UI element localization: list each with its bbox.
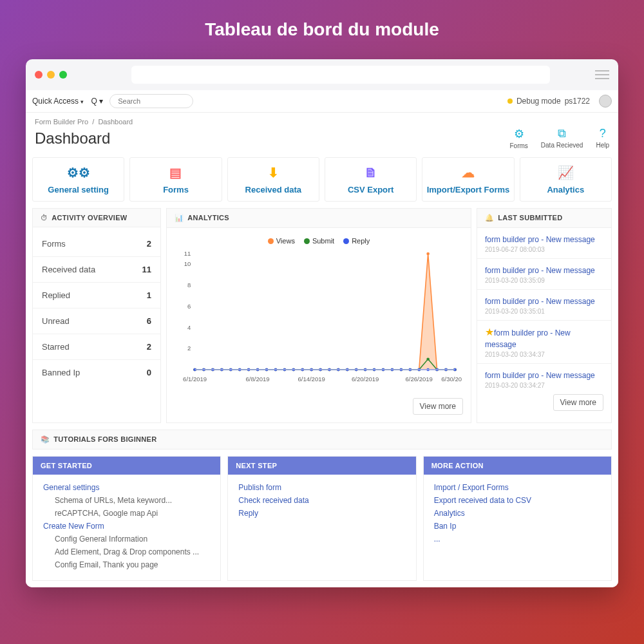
browser-window: Quick Access Q ▾ Debug mode ps1722 Form … bbox=[26, 59, 618, 587]
tut-config-general[interactable]: Config General Information bbox=[43, 533, 210, 545]
tut-more[interactable]: ... bbox=[434, 533, 601, 545]
close-icon[interactable] bbox=[35, 71, 43, 79]
last-submitted-item[interactable]: ★form builder pro - New message2019-03-2… bbox=[477, 321, 611, 364]
last-submitted-item[interactable]: form builder pro - New message2019-03-20… bbox=[477, 290, 611, 321]
csv-icon: 🗎 bbox=[329, 164, 412, 181]
action-data-received[interactable]: ⧉Data Recieved bbox=[541, 127, 583, 149]
user-name[interactable]: ps1722 bbox=[565, 97, 590, 106]
svg-text:6: 6 bbox=[187, 303, 191, 310]
tut-publish[interactable]: Publish form bbox=[238, 481, 405, 494]
tut-check-data[interactable]: Check received data bbox=[238, 494, 405, 507]
traffic-lights bbox=[35, 71, 67, 79]
tut-import-export[interactable]: Import / Export Forms bbox=[434, 481, 601, 494]
tut-schema-urls[interactable]: Schema of URLs, Meta keyword... bbox=[43, 494, 210, 507]
view-more-analytics-button[interactable]: View more bbox=[413, 398, 463, 415]
activity-row[interactable]: Replied1 bbox=[33, 283, 160, 308]
legend-dot-submit bbox=[304, 238, 310, 244]
chart-icon: 📈 bbox=[524, 164, 607, 181]
search-input[interactable] bbox=[109, 94, 193, 108]
tut-analytics[interactable]: Analytics bbox=[434, 507, 601, 520]
copy-icon: ⧉ bbox=[541, 127, 583, 140]
nav-csv-export[interactable]: 🗎CSV Export bbox=[325, 157, 417, 202]
tut-recaptcha[interactable]: reCAPTCHA, Google map Api bbox=[43, 507, 210, 520]
search-gear-icon[interactable]: Q ▾ bbox=[91, 97, 104, 106]
activity-row[interactable]: Unread6 bbox=[33, 308, 160, 334]
last-submitted-item[interactable]: form builder pro - New message2019-03-20… bbox=[477, 259, 611, 290]
nav-analytics[interactable]: 📈Analytics bbox=[520, 157, 612, 202]
svg-text:11: 11 bbox=[184, 251, 191, 257]
activity-row[interactable]: Banned Ip0 bbox=[33, 360, 160, 385]
browser-chrome bbox=[26, 59, 618, 90]
nav-import-export[interactable]: ☁Import/Export Forms bbox=[422, 157, 514, 202]
tut-general-settings[interactable]: General settings bbox=[43, 481, 210, 494]
nav-received-data[interactable]: ⬇Received data bbox=[227, 157, 319, 202]
help-icon: ? bbox=[596, 127, 609, 140]
svg-text:2: 2 bbox=[187, 345, 191, 352]
app-content: Quick Access Q ▾ Debug mode ps1722 Form … bbox=[26, 90, 618, 587]
last-submitted-panel: 🔔LAST SUBMITTED form builder pro - New m… bbox=[477, 208, 612, 423]
avatar[interactable] bbox=[599, 95, 612, 108]
breadcrumb: Form Builder Pro / Dashboard bbox=[26, 113, 618, 126]
quick-access-dropdown[interactable]: Quick Access bbox=[32, 97, 84, 106]
top-bar: Quick Access Q ▾ Debug mode ps1722 bbox=[26, 90, 618, 113]
tutorial-next-step: NEXT STEP Publish form Check received da… bbox=[227, 456, 416, 581]
debug-dot-icon bbox=[507, 99, 513, 104]
analytics-panel: 📊ANALYTICS Views Submit Reply 246810116/… bbox=[166, 208, 471, 423]
analytics-chart: 246810116/1/20196/8/20196/14/20196/20/20… bbox=[176, 250, 462, 392]
promo-title: Tableau de bord du module bbox=[26, 19, 618, 40]
tutorials-header: 📚TUTORIALS FORS BIGINNER bbox=[32, 430, 612, 450]
activity-row[interactable]: Starred2 bbox=[33, 334, 160, 360]
debug-indicator: Debug mode ps1722 bbox=[507, 95, 612, 108]
svg-text:6/1/2019: 6/1/2019 bbox=[183, 376, 207, 383]
svg-text:4: 4 bbox=[187, 325, 191, 331]
debug-label: Debug mode bbox=[516, 97, 561, 106]
cloud-icon: ☁ bbox=[426, 164, 509, 181]
activity-row[interactable]: Received data11 bbox=[33, 257, 160, 283]
form-icon: ▤ bbox=[134, 164, 217, 181]
bell-icon: 🔔 bbox=[485, 214, 494, 222]
tut-config-email[interactable]: Config Email, Thank you page bbox=[43, 558, 210, 571]
url-bar[interactable] bbox=[131, 66, 550, 84]
book-icon: 📚 bbox=[41, 435, 50, 443]
star-icon: ★ bbox=[485, 327, 494, 337]
breadcrumb-current: Dashboard bbox=[98, 118, 133, 126]
svg-text:6/26/2019: 6/26/2019 bbox=[406, 376, 433, 383]
gears-icon: ⚙⚙ bbox=[37, 164, 120, 181]
nav-general-setting[interactable]: ⚙⚙General setting bbox=[32, 157, 124, 202]
dashboard-icon: ⏱ bbox=[41, 214, 48, 222]
action-help[interactable]: ?Help bbox=[596, 127, 609, 149]
action-forms[interactable]: ⚙Forms bbox=[509, 127, 527, 149]
breadcrumb-root[interactable]: Form Builder Pro bbox=[35, 118, 88, 126]
tut-add-element[interactable]: Add Element, Drag & Drop components ... bbox=[43, 545, 210, 558]
legend-dot-reply bbox=[343, 238, 349, 244]
svg-point-38 bbox=[426, 252, 430, 255]
minimize-icon[interactable] bbox=[47, 71, 55, 79]
view-more-last-button[interactable]: View more bbox=[553, 394, 603, 411]
tut-create-form[interactable]: Create New Form bbox=[43, 520, 210, 533]
download-icon: ⬇ bbox=[232, 164, 315, 181]
legend-dot-views bbox=[268, 238, 274, 244]
last-submitted-item[interactable]: form builder pro - New message2019-03-20… bbox=[477, 364, 611, 394]
nav-forms[interactable]: ▤Forms bbox=[129, 157, 222, 202]
activity-row[interactable]: Forms2 bbox=[33, 231, 160, 257]
tutorial-get-started: GET STARTED General settings Schema of U… bbox=[32, 456, 221, 581]
chart-legend: Views Submit Reply bbox=[176, 237, 462, 245]
activity-panel: ⏱ACTIVITY OVERVIEW Forms2Received data11… bbox=[32, 208, 161, 423]
nav-cards: ⚙⚙General setting ▤Forms ⬇Received data … bbox=[26, 157, 618, 208]
tut-export-csv[interactable]: Export received data to CSV bbox=[434, 494, 601, 507]
gear-icon: ⚙ bbox=[509, 127, 527, 141]
page-actions: ⚙Forms ⧉Data Recieved ?Help bbox=[509, 127, 609, 149]
maximize-icon[interactable] bbox=[59, 71, 67, 79]
tut-reply[interactable]: Reply bbox=[238, 507, 405, 520]
tutorial-more-action: MORE ACTION Import / Export Forms Export… bbox=[423, 456, 612, 581]
svg-text:6/20/2019: 6/20/2019 bbox=[352, 376, 379, 383]
svg-text:6/30/2019: 6/30/2019 bbox=[441, 376, 462, 383]
tut-ban-ip[interactable]: Ban Ip bbox=[434, 520, 601, 533]
svg-point-68 bbox=[426, 357, 430, 360]
hamburger-icon[interactable] bbox=[595, 70, 609, 79]
svg-text:6/14/2019: 6/14/2019 bbox=[298, 376, 325, 383]
svg-text:10: 10 bbox=[184, 261, 191, 268]
svg-text:6/8/2019: 6/8/2019 bbox=[246, 376, 270, 383]
svg-text:8: 8 bbox=[187, 282, 191, 289]
last-submitted-item[interactable]: form builder pro - New message2019-06-27… bbox=[477, 228, 611, 259]
